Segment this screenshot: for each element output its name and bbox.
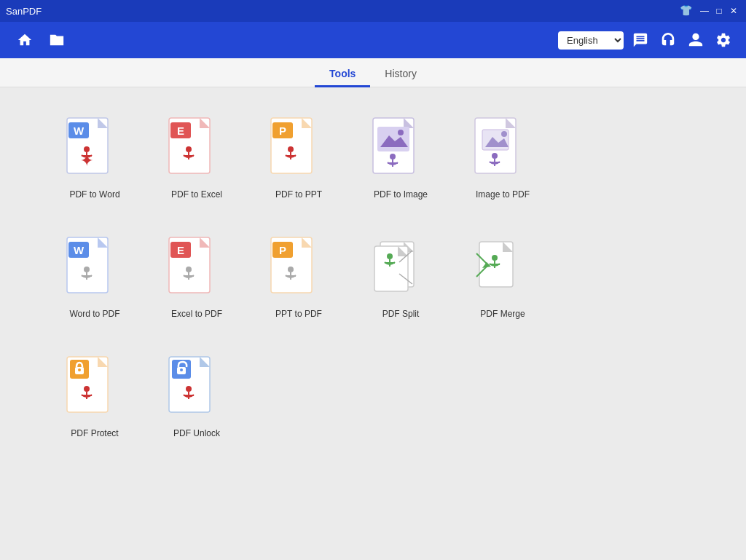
tool-pdf-split-label: PDF Split [382,309,420,319]
tabs-bar: Tools History [0,58,746,87]
pdf-split-icon [372,236,423,298]
tools-row-1: W ✦ PDF to Word [44,109,702,207]
tool-pdf-to-ppt-label: PDF to PPT [275,189,322,200]
excel-to-pdf-icon: E [168,236,219,298]
tool-pdf-to-excel[interactable]: E PDF to Excel [146,109,248,207]
tool-word-to-pdf[interactable]: W Word to PDF [44,229,146,326]
pdf-to-image-icon [372,117,423,178]
svg-point-34 [501,131,507,137]
tool-excel-to-pdf[interactable]: E Excel to PDF [146,229,248,326]
language-selector[interactable]: English Chinese Japanese [558,31,624,50]
minimize-button[interactable]: — [698,4,711,17]
titlebar: SanPDF 👕 — □ ✕ [0,0,746,22]
svg-point-81 [84,386,90,392]
tool-pdf-split[interactable]: PDF Split [350,229,452,326]
tool-image-to-pdf[interactable]: Image to PDF [452,109,554,207]
tool-pdf-unlock-label: PDF Unlock [173,428,220,438]
chat-button[interactable] [629,29,651,51]
content-area: W ✦ PDF to Word [0,87,746,560]
toolbar-right: English Chinese Japanese [558,29,734,51]
close-button[interactable]: ✕ [727,4,740,17]
settings-button[interactable] [712,29,734,51]
tool-pdf-to-image[interactable]: PDF to Image [350,109,452,207]
toolbar: English Chinese Japanese [0,22,746,58]
svg-point-26 [398,130,404,135]
maximize-button[interactable]: □ [712,4,726,17]
tool-pdf-protect-label: PDF Protect [71,428,118,438]
svg-point-88 [180,368,183,371]
tool-pdf-to-word[interactable]: W ✦ PDF to Word [44,109,146,207]
pdf-to-ppt-icon: P [270,117,321,178]
titlebar-controls: 👕 — □ ✕ [680,4,740,17]
tool-pdf-to-image-label: PDF to Image [374,189,428,200]
svg-point-80 [78,368,81,371]
user-button[interactable] [685,29,707,51]
svg-point-19 [288,146,294,152]
pdf-to-excel-icon: E [168,117,219,178]
tools-row-2: W Word to PDF E [44,229,702,326]
pdf-protect-icon [66,355,117,417]
svg-text:P: P [279,244,286,256]
svg-point-27 [390,154,396,159]
tool-pdf-to-word-label: PDF to Word [69,189,119,200]
tool-excel-to-pdf-label: Excel to PDF [171,309,222,319]
svg-point-56 [288,267,294,272]
svg-point-42 [84,267,90,272]
tab-tools[interactable]: Tools [315,62,370,87]
svg-point-63 [387,253,393,259]
pdf-unlock-icon [168,355,219,417]
tool-pdf-merge-label: PDF Merge [480,309,525,319]
svg-point-12 [186,146,192,152]
svg-point-49 [186,267,192,272]
tool-ppt-to-pdf-label: PPT to PDF [275,309,322,319]
tool-pdf-merge[interactable]: PDF Merge [452,229,554,326]
svg-text:W: W [74,244,85,256]
shirt-icon: 👕 [680,4,692,17]
svg-point-5 [84,146,90,152]
tool-ppt-to-pdf[interactable]: P PPT to PDF [248,229,350,326]
svg-rect-24 [377,127,409,151]
headset-button[interactable] [657,29,679,51]
tool-image-to-pdf-label: Image to PDF [476,189,530,200]
svg-text:W: W [74,125,85,137]
svg-point-70 [492,255,498,261]
pdf-to-word-icon: W ✦ [66,117,117,178]
svg-text:E: E [177,244,184,256]
tools-row-3: PDF Protect [44,348,702,446]
tool-word-to-pdf-label: Word to PDF [69,309,119,319]
tool-pdf-to-excel-label: PDF to Excel [171,189,222,200]
app-title: SanPDF [6,6,42,17]
image-to-pdf-icon [474,117,525,178]
pdf-merge-icon [474,236,525,298]
tab-history[interactable]: History [370,62,431,87]
svg-point-89 [186,386,192,392]
tool-pdf-protect[interactable]: PDF Protect [44,348,146,446]
word-to-pdf-icon: W [66,236,117,298]
svg-point-35 [492,153,498,159]
tool-pdf-to-ppt[interactable]: P PDF to PPT [248,109,350,207]
folder-button[interactable] [44,27,70,53]
svg-text:P: P [279,125,286,137]
home-button[interactable] [12,27,38,53]
ppt-to-pdf-icon: P [270,236,321,298]
svg-text:E: E [177,125,184,137]
tool-pdf-unlock[interactable]: PDF Unlock [146,348,248,446]
